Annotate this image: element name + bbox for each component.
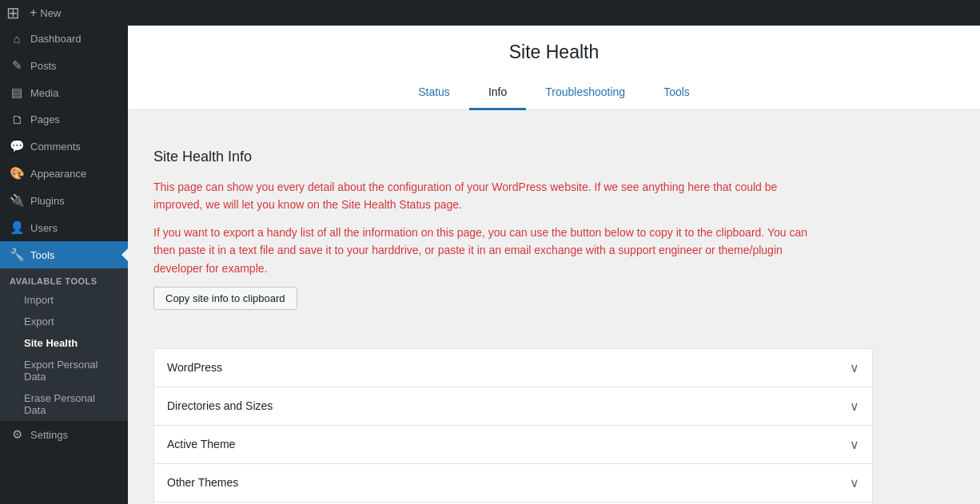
info-paragraph-1: This page can show you every detail abou…	[153, 178, 822, 214]
tab-tools[interactable]: Tools	[644, 76, 709, 110]
sidebar-item-label: Plugins	[30, 195, 65, 207]
chevron-down-icon: ∨	[850, 475, 859, 490]
new-label: New	[40, 7, 61, 19]
sidebar-item-users[interactable]: 👤 Users	[0, 214, 128, 241]
main-content: Site Health Status Info Troubleshooting …	[128, 26, 980, 504]
appearance-icon: 🎨	[10, 166, 24, 181]
settings-icon: ⚙	[10, 427, 24, 442]
tab-info[interactable]: Info	[469, 76, 526, 110]
accordion-header-directories-sizes[interactable]: Directories and Sizes ∨	[154, 387, 872, 425]
accordion-label: Directories and Sizes	[167, 399, 273, 412]
submenu-item-import[interactable]: Import	[0, 289, 128, 311]
plus-icon: +	[30, 6, 37, 20]
submenu-item-site-health[interactable]: Site Health	[0, 332, 128, 354]
page-header: Site Health Status Info Troubleshooting …	[128, 26, 980, 110]
chevron-down-icon: ∨	[850, 399, 859, 414]
tools-submenu: Available Tools Import Export Site Healt…	[0, 268, 128, 421]
content-area: Site Health Info This page can show you …	[128, 129, 847, 348]
submenu-item-erase-personal-data[interactable]: Erase Personal Data	[0, 387, 128, 421]
plugins-icon: 🔌	[10, 193, 24, 208]
accordion-label: WordPress	[167, 361, 222, 374]
accordion-header-active-theme[interactable]: Active Theme ∨	[154, 426, 872, 463]
sidebar-item-settings[interactable]: ⚙ Settings	[0, 421, 128, 448]
sidebar-item-media[interactable]: ▤ Media	[0, 79, 128, 106]
pages-icon: 🗋	[10, 113, 24, 126]
accordion-item-directories-sizes: Directories and Sizes ∨	[153, 387, 873, 426]
sidebar-item-label: Tools	[30, 249, 54, 261]
accordion-label: Active Theme	[167, 438, 235, 450]
sidebar-item-tools[interactable]: 🔧 Tools	[0, 241, 128, 268]
admin-bar: ⊞ + New	[0, 0, 980, 26]
accordion: WordPress ∨ Directories and Sizes ∨ Acti…	[153, 348, 873, 504]
accordion-item-wordpress: WordPress ∨	[153, 348, 873, 387]
sidebar-item-label: Settings	[30, 429, 68, 441]
wp-logo-icon[interactable]: ⊞	[6, 3, 20, 22]
users-icon: 👤	[10, 220, 24, 235]
sidebar-item-dashboard[interactable]: ⌂ Dashboard	[0, 26, 128, 52]
sidebar-item-label: Dashboard	[30, 33, 82, 45]
submenu-item-export[interactable]: Export	[0, 311, 128, 332]
tab-troubleshooting[interactable]: Troubleshooting	[526, 76, 644, 110]
tools-icon: 🔧	[10, 248, 24, 262]
submenu-item-export-personal-data[interactable]: Export Personal Data	[0, 354, 128, 387]
accordion-label: Other Themes	[167, 476, 238, 489]
chevron-down-icon: ∨	[850, 360, 859, 375]
sidebar-item-label: Comments	[30, 141, 81, 153]
accordion-header-other-themes[interactable]: Other Themes ∨	[154, 464, 872, 502]
sidebar-item-comments[interactable]: 💬 Comments	[0, 133, 128, 160]
sidebar-item-label: Pages	[30, 113, 60, 125]
submenu-header: Available Tools	[0, 268, 128, 289]
page-title: Site Health	[128, 42, 980, 63]
dashboard-icon: ⌂	[10, 32, 24, 46]
sidebar-item-label: Media	[30, 87, 58, 99]
posts-icon: ✎	[10, 58, 24, 73]
section-title: Site Health Info	[153, 149, 822, 165]
tabs: Status Info Troubleshooting Tools	[128, 76, 980, 109]
copy-site-info-button[interactable]: Copy site info to clipboard	[153, 287, 297, 310]
comments-icon: 💬	[10, 139, 24, 153]
active-arrow	[122, 248, 128, 261]
sidebar-item-label: Users	[30, 222, 58, 234]
sidebar-item-posts[interactable]: ✎ Posts	[0, 52, 128, 79]
accordion-item-other-themes: Other Themes ∨	[153, 464, 873, 502]
sidebar-item-pages[interactable]: 🗋 Pages	[0, 106, 128, 133]
accordion-header-wordpress[interactable]: WordPress ∨	[154, 349, 872, 387]
chevron-down-icon: ∨	[850, 437, 859, 452]
media-icon: ▤	[10, 85, 24, 100]
sidebar-item-label: Appearance	[30, 168, 86, 180]
sidebar: ⌂ Dashboard ✎ Posts ▤ Media 🗋 Pages 💬 Co…	[0, 26, 128, 504]
sidebar-item-appearance[interactable]: 🎨 Appearance	[0, 160, 128, 187]
info-paragraph-2: If you want to export a handy list of al…	[153, 224, 822, 277]
sidebar-item-label: Posts	[30, 60, 57, 72]
tab-status[interactable]: Status	[399, 76, 469, 110]
accordion-item-active-theme: Active Theme ∨	[153, 426, 873, 464]
new-menu[interactable]: + New	[30, 6, 61, 20]
sidebar-item-plugins[interactable]: 🔌 Plugins	[0, 187, 128, 214]
